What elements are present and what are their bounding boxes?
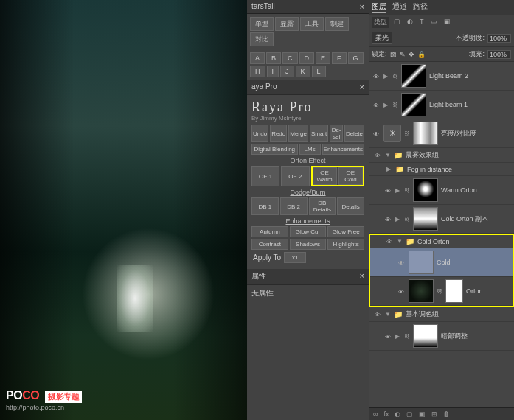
st-btn-3[interactable]: 工具 — [300, 17, 324, 31]
layer-thumb[interactable] — [401, 64, 426, 88]
smart-button[interactable]: Smart — [310, 125, 328, 142]
link-layers-icon[interactable]: ∞ — [373, 410, 378, 418]
delete-button[interactable]: Delete — [344, 125, 364, 142]
sb-9[interactable]: I — [267, 66, 279, 77]
lock-move-icon[interactable]: ✥ — [409, 51, 414, 58]
layer-name[interactable]: 暗部调整 — [441, 332, 511, 341]
layer-thumb[interactable] — [413, 178, 438, 202]
visibility-icon[interactable] — [383, 332, 392, 340]
group-row[interactable]: ▼ 📁 晨雾效果组 — [369, 148, 514, 163]
expand-icon[interactable]: ▶ — [395, 216, 401, 223]
layer-thumb[interactable] — [401, 93, 426, 116]
delete-layer-icon[interactable]: 🗑 — [443, 410, 450, 418]
layers-list[interactable]: ▶ ⛓ Light Beam 2 ▶ ⛓ Light beam 1 ☀ ⛓ 亮度… — [369, 62, 514, 407]
expand-icon[interactable]: ▶ — [386, 166, 392, 172]
visibility-icon[interactable] — [397, 287, 406, 295]
lock-trans-icon[interactable]: ▨ — [390, 51, 397, 58]
layer-row[interactable]: ▶ ⛓ Cold Orton 副本 — [369, 205, 514, 234]
st-btn-4[interactable]: 制建 — [325, 17, 349, 31]
new-fill-icon[interactable]: ▢ — [406, 410, 413, 418]
filter-kind[interactable]: 类型 — [372, 17, 389, 28]
visibility-icon[interactable] — [385, 238, 394, 245]
visibility-icon[interactable] — [383, 215, 392, 223]
st-btn-1[interactable]: 单型 — [250, 17, 274, 31]
visibility-icon[interactable] — [372, 101, 381, 109]
layer-thumb[interactable] — [409, 251, 434, 274]
apply-to-value[interactable]: x1 — [284, 252, 306, 263]
shadows-button[interactable]: Shadows — [290, 239, 327, 250]
lock-brush-icon[interactable]: ✎ — [400, 51, 406, 58]
group-name[interactable]: Cold Orton — [417, 238, 508, 245]
sb-6[interactable]: F — [332, 52, 347, 64]
group-name[interactable]: 基本调色组 — [406, 309, 510, 319]
oe-warm-button[interactable]: OE Warm — [313, 167, 337, 185]
merge-button[interactable]: Merge — [288, 125, 308, 142]
new-layer-icon[interactable]: ⊞ — [431, 410, 437, 418]
sb-3[interactable]: C — [282, 52, 298, 64]
close-icon[interactable]: × — [360, 83, 364, 91]
sb-11[interactable]: K — [296, 66, 310, 77]
sb-10[interactable]: J — [280, 66, 294, 77]
oe-cold-button[interactable]: OE Cold — [338, 167, 363, 185]
sb-1[interactable]: A — [250, 52, 265, 64]
sb-8[interactable]: H — [250, 66, 265, 77]
glow-cur-button[interactable]: Glow Cur — [290, 226, 327, 237]
sb-12[interactable]: L — [312, 66, 326, 77]
glow-free-button[interactable]: Glow Free — [327, 226, 364, 237]
mask-thumb[interactable] — [413, 122, 438, 145]
visibility-icon[interactable] — [373, 311, 382, 318]
group-row[interactable]: ▼ 📁 基本调色组 — [369, 307, 514, 322]
st-btn-5[interactable]: 对比 — [250, 32, 274, 46]
blend-mode-select[interactable]: 柔光 — [372, 32, 392, 44]
layer-row[interactable]: ⛓ Orton — [370, 277, 513, 306]
details-button[interactable]: Details — [337, 197, 364, 215]
filter-smart-icon[interactable]: ▣ — [442, 17, 453, 28]
visibility-icon[interactable] — [373, 152, 382, 159]
db-details-button[interactable]: DB Details — [309, 197, 336, 215]
lms-button[interactable]: LMs — [299, 144, 321, 155]
layer-name[interactable]: 亮度/对比度 — [441, 129, 511, 139]
tab-paths[interactable]: 路径 — [413, 1, 428, 13]
close-icon[interactable]: × — [360, 271, 364, 281]
add-mask-icon[interactable]: ◐ — [395, 410, 400, 418]
layer-name[interactable]: Cold Orton 副本 — [441, 214, 511, 224]
enhancements-button[interactable]: Enhancements — [322, 144, 364, 155]
sb-7[interactable]: G — [348, 52, 364, 64]
expand-icon[interactable]: ▼ — [397, 238, 403, 245]
layer-row[interactable]: ▶ 📁 Fog in distance — [369, 163, 514, 176]
filter-pixel-icon[interactable]: ▢ — [392, 17, 403, 28]
opacity-input[interactable] — [487, 34, 511, 43]
filter-shape-icon[interactable]: ▭ — [428, 17, 440, 28]
layer-thumb[interactable] — [413, 207, 438, 231]
fx-icon[interactable]: fx — [383, 410, 389, 418]
layer-thumb[interactable] — [413, 324, 438, 348]
oe1-button[interactable]: OE 1 — [251, 166, 279, 186]
filter-adjust-icon[interactable]: ◐ — [405, 17, 415, 28]
expand-icon[interactable]: ▶ — [383, 102, 389, 108]
new-group-icon[interactable]: ▣ — [419, 410, 426, 418]
lock-all-icon[interactable]: 🔒 — [417, 51, 426, 58]
layer-name[interactable]: Light Beam 2 — [429, 72, 511, 80]
oe2-button[interactable]: OE 2 — [281, 166, 309, 186]
fill-input[interactable] — [487, 50, 511, 59]
visibility-icon[interactable] — [372, 130, 381, 138]
undo-button[interactable]: Undo — [251, 125, 268, 142]
redo-button[interactable]: Redo — [270, 125, 287, 142]
layer-thumb[interactable] — [409, 279, 434, 303]
layer-row[interactable]: ▶ ⛓ Warm Orton — [369, 176, 514, 205]
desel-button[interactable]: De-sel — [330, 125, 343, 142]
close-icon[interactable]: × — [360, 2, 364, 11]
layer-row[interactable]: ▶ ⛓ Light beam 1 — [369, 91, 514, 119]
autumn-button[interactable]: Autumn — [251, 226, 288, 237]
attrib-tab[interactable]: 属性 — [251, 271, 266, 281]
layer-row[interactable]: ☀ ⛓ 亮度/对比度 — [369, 119, 514, 148]
layer-name[interactable]: Orton — [466, 287, 510, 295]
contrast-button[interactable]: Contrast — [251, 239, 288, 250]
sb-5[interactable]: E — [316, 52, 330, 64]
filter-type-icon[interactable]: T — [417, 17, 426, 28]
digital-blending-button[interactable]: Digital Blending — [251, 144, 298, 155]
expand-icon[interactable]: ▶ — [395, 333, 401, 340]
sb-4[interactable]: D — [299, 52, 315, 64]
visibility-icon[interactable] — [397, 259, 406, 267]
layer-row-selected[interactable]: Cold — [370, 248, 513, 277]
